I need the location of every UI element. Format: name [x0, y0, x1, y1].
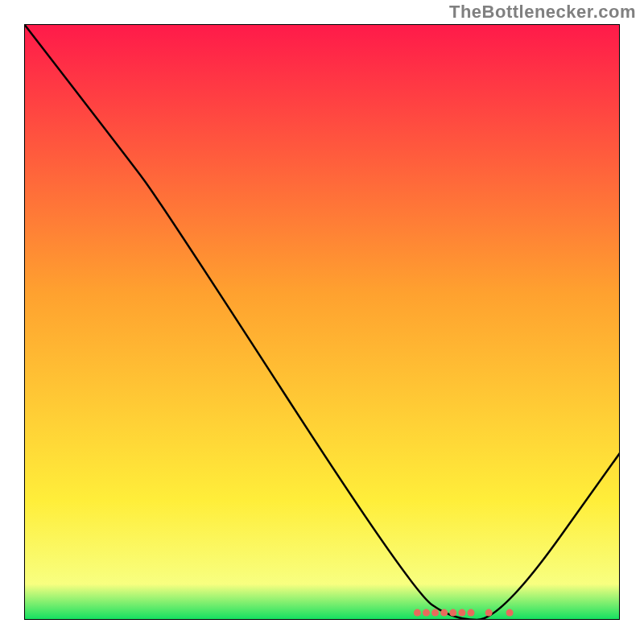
chart-marker	[440, 609, 448, 617]
chart-marker	[431, 609, 439, 617]
chart-marker	[506, 609, 514, 617]
chart-background	[24, 24, 620, 620]
chart-marker	[414, 609, 421, 617]
chart-marker	[485, 609, 493, 617]
watermark-label: TheBottlenecker.com	[449, 2, 636, 23]
chart-marker	[458, 609, 465, 617]
chart-marker	[423, 609, 430, 617]
chart-marker	[468, 609, 475, 617]
chart-svg	[24, 24, 620, 620]
chart-marker	[449, 609, 456, 617]
chart-root: { "watermark": "TheBottlenecker.com", "c…	[0, 0, 644, 644]
bottleneck-chart	[24, 24, 620, 620]
